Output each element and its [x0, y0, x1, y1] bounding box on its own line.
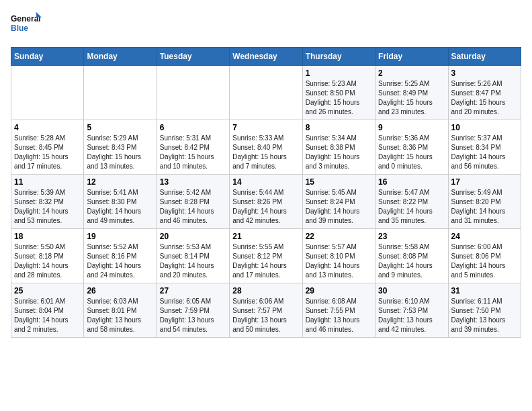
day-info: Sunrise: 5:58 AM Sunset: 8:08 PM Dayligh…: [378, 242, 445, 280]
day-number: 17: [451, 177, 518, 187]
svg-text:Blue: Blue: [11, 24, 28, 33]
calendar-cell: [157, 66, 229, 120]
calendar-cell: 3Sunrise: 5:26 AM Sunset: 8:47 PM Daylig…: [448, 66, 521, 120]
calendar-cell: 21Sunrise: 5:55 AM Sunset: 8:12 PM Dayli…: [230, 229, 302, 283]
calendar-table: SundayMondayTuesdayWednesdayThursdayFrid…: [11, 47, 521, 338]
day-info: Sunrise: 5:44 AM Sunset: 8:26 PM Dayligh…: [232, 188, 299, 226]
day-number: 24: [451, 232, 518, 241]
calendar-cell: 29Sunrise: 6:08 AM Sunset: 7:55 PM Dayli…: [302, 283, 375, 338]
calendar-cell: 15Sunrise: 5:45 AM Sunset: 8:24 PM Dayli…: [302, 175, 375, 229]
day-info: Sunrise: 5:31 AM Sunset: 8:42 PM Dayligh…: [160, 134, 226, 171]
day-number: 11: [14, 177, 81, 187]
calendar-cell: 24Sunrise: 6:00 AM Sunset: 8:06 PM Dayli…: [448, 229, 521, 283]
day-number: 4: [14, 123, 81, 132]
calendar-cell: 25Sunrise: 6:01 AM Sunset: 8:04 PM Dayli…: [11, 283, 84, 338]
calendar-cell: 23Sunrise: 5:58 AM Sunset: 8:08 PM Dayli…: [375, 229, 448, 283]
day-number: 26: [87, 286, 153, 295]
day-info: Sunrise: 5:57 AM Sunset: 8:10 PM Dayligh…: [306, 242, 372, 280]
day-info: Sunrise: 5:45 AM Sunset: 8:24 PM Dayligh…: [306, 188, 372, 226]
day-number: 3: [451, 68, 518, 78]
day-number: 19: [87, 232, 153, 241]
calendar-cell: 9Sunrise: 5:36 AM Sunset: 8:36 PM Daylig…: [375, 120, 448, 175]
day-number: 12: [87, 177, 153, 187]
calendar-cell: 2Sunrise: 5:25 AM Sunset: 8:49 PM Daylig…: [375, 66, 448, 120]
day-info: Sunrise: 5:53 AM Sunset: 8:14 PM Dayligh…: [160, 242, 226, 280]
calendar-cell: 17Sunrise: 5:49 AM Sunset: 8:20 PM Dayli…: [448, 175, 521, 229]
day-number: 29: [306, 286, 372, 295]
calendar-cell: 6Sunrise: 5:31 AM Sunset: 8:42 PM Daylig…: [157, 120, 229, 175]
day-number: 30: [378, 286, 445, 295]
calendar-cell: [11, 66, 84, 120]
day-info: Sunrise: 6:05 AM Sunset: 7:59 PM Dayligh…: [160, 297, 226, 334]
calendar-cell: 4Sunrise: 5:28 AM Sunset: 8:45 PM Daylig…: [11, 120, 84, 175]
day-number: 27: [160, 286, 226, 295]
calendar-cell: 26Sunrise: 6:03 AM Sunset: 8:01 PM Dayli…: [84, 283, 157, 338]
day-number: 13: [160, 177, 226, 187]
calendar-cell: 28Sunrise: 6:06 AM Sunset: 7:57 PM Dayli…: [230, 283, 302, 338]
calendar-cell: [230, 66, 302, 120]
day-number: 15: [306, 177, 372, 187]
logo: General Blue: [11, 11, 44, 39]
day-number: 28: [232, 286, 299, 295]
calendar-cell: 13Sunrise: 5:42 AM Sunset: 8:28 PM Dayli…: [157, 175, 229, 229]
calendar-cell: 10Sunrise: 5:37 AM Sunset: 8:34 PM Dayli…: [448, 120, 521, 175]
day-number: 25: [14, 286, 81, 295]
day-info: Sunrise: 5:25 AM Sunset: 8:49 PM Dayligh…: [378, 79, 445, 117]
day-number: 5: [87, 123, 153, 132]
day-number: 1: [306, 68, 372, 78]
day-info: Sunrise: 5:42 AM Sunset: 8:28 PM Dayligh…: [160, 188, 226, 226]
day-info: Sunrise: 5:41 AM Sunset: 8:30 PM Dayligh…: [87, 188, 153, 226]
day-number: 10: [451, 123, 518, 132]
day-number: 6: [160, 123, 226, 132]
day-number: 23: [378, 232, 445, 241]
calendar-cell: 11Sunrise: 5:39 AM Sunset: 8:32 PM Dayli…: [11, 175, 84, 229]
day-info: Sunrise: 5:50 AM Sunset: 8:18 PM Dayligh…: [14, 242, 81, 280]
day-number: 16: [378, 177, 445, 187]
day-info: Sunrise: 5:36 AM Sunset: 8:36 PM Dayligh…: [378, 134, 445, 171]
calendar-cell: 20Sunrise: 5:53 AM Sunset: 8:14 PM Dayli…: [157, 229, 229, 283]
day-info: Sunrise: 5:49 AM Sunset: 8:20 PM Dayligh…: [451, 188, 518, 226]
calendar-cell: 30Sunrise: 6:10 AM Sunset: 7:53 PM Dayli…: [375, 283, 448, 338]
day-info: Sunrise: 6:10 AM Sunset: 7:53 PM Dayligh…: [378, 297, 445, 334]
day-info: Sunrise: 6:11 AM Sunset: 7:50 PM Dayligh…: [451, 297, 518, 334]
day-number: 18: [14, 232, 81, 241]
logo-svg: General Blue: [11, 11, 44, 39]
calendar-cell: 12Sunrise: 5:41 AM Sunset: 8:30 PM Dayli…: [84, 175, 157, 229]
day-info: Sunrise: 5:23 AM Sunset: 8:50 PM Dayligh…: [306, 79, 372, 117]
calendar-cell: 22Sunrise: 5:57 AM Sunset: 8:10 PM Dayli…: [302, 229, 375, 283]
weekday-header-wednesday: Wednesday: [230, 48, 302, 66]
calendar-cell: 7Sunrise: 5:33 AM Sunset: 8:40 PM Daylig…: [230, 120, 302, 175]
day-number: 8: [306, 123, 372, 132]
calendar-cell: 27Sunrise: 6:05 AM Sunset: 7:59 PM Dayli…: [157, 283, 229, 338]
calendar-cell: 31Sunrise: 6:11 AM Sunset: 7:50 PM Dayli…: [448, 283, 521, 338]
day-info: Sunrise: 5:39 AM Sunset: 8:32 PM Dayligh…: [14, 188, 81, 226]
header: General Blue: [11, 11, 521, 39]
day-number: 31: [451, 286, 518, 295]
day-info: Sunrise: 5:29 AM Sunset: 8:43 PM Dayligh…: [87, 134, 153, 171]
calendar-cell: 18Sunrise: 5:50 AM Sunset: 8:18 PM Dayli…: [11, 229, 84, 283]
calendar-cell: 1Sunrise: 5:23 AM Sunset: 8:50 PM Daylig…: [302, 66, 375, 120]
calendar-cell: 19Sunrise: 5:52 AM Sunset: 8:16 PM Dayli…: [84, 229, 157, 283]
calendar-cell: 16Sunrise: 5:47 AM Sunset: 8:22 PM Dayli…: [375, 175, 448, 229]
day-info: Sunrise: 6:08 AM Sunset: 7:55 PM Dayligh…: [306, 297, 372, 334]
calendar-cell: 8Sunrise: 5:34 AM Sunset: 8:38 PM Daylig…: [302, 120, 375, 175]
calendar-cell: 14Sunrise: 5:44 AM Sunset: 8:26 PM Dayli…: [230, 175, 302, 229]
weekday-header-saturday: Saturday: [448, 48, 521, 66]
day-number: 9: [378, 123, 445, 132]
day-number: 20: [160, 232, 226, 241]
day-number: 2: [378, 68, 445, 78]
day-number: 22: [306, 232, 372, 241]
day-info: Sunrise: 6:03 AM Sunset: 8:01 PM Dayligh…: [87, 297, 153, 334]
day-info: Sunrise: 5:55 AM Sunset: 8:12 PM Dayligh…: [232, 242, 299, 280]
weekday-header-sunday: Sunday: [11, 48, 84, 66]
day-info: Sunrise: 5:47 AM Sunset: 8:22 PM Dayligh…: [378, 188, 445, 226]
day-info: Sunrise: 6:00 AM Sunset: 8:06 PM Dayligh…: [451, 242, 518, 280]
calendar-cell: [84, 66, 157, 120]
calendar-cell: 5Sunrise: 5:29 AM Sunset: 8:43 PM Daylig…: [84, 120, 157, 175]
day-number: 14: [232, 177, 299, 187]
day-info: Sunrise: 5:28 AM Sunset: 8:45 PM Dayligh…: [14, 134, 81, 171]
day-number: 21: [232, 232, 299, 241]
svg-marker-1: [36, 12, 42, 17]
day-info: Sunrise: 6:01 AM Sunset: 8:04 PM Dayligh…: [14, 297, 81, 334]
day-number: 7: [232, 123, 299, 132]
